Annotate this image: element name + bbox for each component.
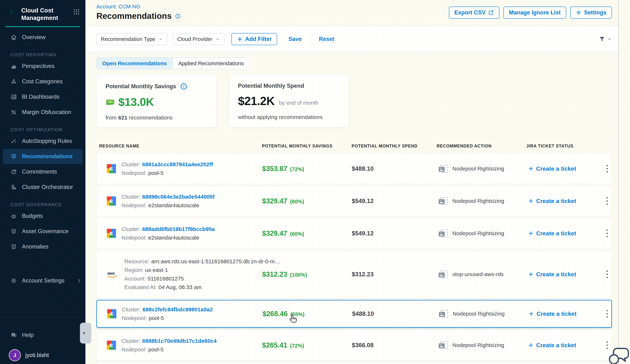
sidebar-item-asset-governance[interactable]: $ Asset Governance (0, 224, 86, 239)
gear-icon (576, 10, 582, 15)
clock-refresh-icon (10, 168, 17, 175)
kebab-menu-icon[interactable] (606, 310, 608, 318)
table-row[interactable]: Cluster:6881a3ccc887941a4ee202ff Nodepoo… (96, 153, 612, 184)
user-menu[interactable]: J jyoti.bisht (0, 348, 86, 363)
question-circle-icon[interactable]: ? (180, 83, 188, 90)
recommendation-type-dropdown[interactable]: Recommendation Type (96, 33, 168, 45)
action-label: Nodepool Rightsizing (452, 198, 504, 204)
scrollbar-track[interactable] (618, 0, 630, 364)
cluster-link[interactable]: 688add6fb019b17f9bccb95a (142, 226, 215, 232)
save-filter-link[interactable]: Save (288, 36, 303, 43)
cluster-link[interactable]: 6888b1c70e49db17c1de60c4 (142, 338, 216, 344)
table-row-selected[interactable]: Cluster:688c2fefc84fbdc99801a0a2 Nodepoo… (96, 300, 612, 328)
settings-label: Settings (584, 9, 606, 16)
page-header: Account: CCM-NG Recommendations Export C… (86, 0, 619, 26)
svg-text:?: ? (182, 85, 185, 88)
create-ticket-link[interactable]: Create a ticket (524, 230, 602, 237)
sidebar-item-autostopping-rules[interactable]: AutoStopping Rules (0, 133, 86, 149)
sidebar-item-overview[interactable]: Overview (0, 30, 86, 45)
reset-filter-link[interactable]: Reset (318, 36, 336, 43)
sidebar-item-label: Cluster Orchestrator (22, 184, 73, 190)
sidebar-collapse-handle[interactable] (80, 323, 91, 344)
kebab-menu-icon[interactable] (606, 341, 608, 349)
resize-box-icon (438, 229, 448, 238)
nodepool-label: Nodepool: (122, 235, 146, 241)
sidebar-item-label: Cost Categories (22, 78, 62, 85)
create-ticket-link[interactable]: Create a ticket (524, 165, 602, 172)
spend-value: $427.09 (349, 362, 434, 364)
cluster-label: Cluster: (122, 194, 140, 200)
svg-text:?: ? (12, 333, 14, 336)
cluster-link[interactable]: 68898c064e3e2ba0e544005f (142, 194, 214, 200)
filter-panel-toggle[interactable] (598, 35, 612, 43)
collapse-left-icon (82, 331, 86, 335)
kebab-menu-icon[interactable] (606, 229, 608, 238)
sidebar-item-cluster-orchestrator[interactable]: Cluster Orchestrator (0, 180, 86, 195)
export-csv-button[interactable]: Export CSV (449, 6, 500, 19)
spend-value: $312.23 (349, 271, 434, 278)
settings-button[interactable]: Settings (570, 6, 612, 19)
table-row[interactable]: Cluster:6886e92f59a48cad86b5b1c6 $244.05… (96, 362, 612, 364)
tab-applied-recommendations[interactable]: Applied Recommendations (173, 58, 249, 69)
sidebar-section-cost-governance: COST GOVERNANCE (0, 201, 86, 208)
kebab-menu-icon[interactable] (606, 197, 608, 205)
breadcrumb-account-link[interactable]: Account: CCM-NG (96, 4, 140, 10)
manage-ignore-list-label: Manage Ignore List (509, 9, 560, 16)
nodepool-value: e2standar4autoscale (148, 202, 200, 208)
grid-apps-icon[interactable] (72, 8, 80, 16)
tab-open-recommendations[interactable]: Open Recommendations (97, 58, 173, 69)
create-ticket-link[interactable]: Create a ticket (524, 198, 602, 204)
savings-value: $329.47 (262, 229, 287, 237)
image-icon (10, 93, 17, 100)
cluster-link[interactable]: 688c2fefc84fbdc99801a0a2 (142, 306, 213, 313)
sidebar-item-label: Perspectives (22, 63, 54, 69)
sidebar-item-margin-obfuscation[interactable]: Margin Obfuscation (0, 105, 86, 120)
col-potential-monthly-savings: POTENTIAL MONTHLY SAVINGS (259, 144, 349, 149)
create-ticket-link[interactable]: Create a ticket (524, 362, 602, 364)
sidebar-item-perspectives[interactable]: Perspectives (0, 58, 86, 74)
table-row[interactable]: Cluster:688add6fb019b17f9bccb95a Nodepoo… (96, 218, 612, 249)
savings-value: $312.23 (262, 270, 287, 278)
table-row[interactable]: aws Resource:arn:aws:rds:us-east-1:51161… (96, 250, 612, 298)
sidebar-item-bi-dashboards[interactable]: BI Dashboards (0, 89, 86, 105)
piggy-bank-icon: $ (10, 212, 17, 219)
savings-value: $329.47 (262, 197, 287, 205)
sidebar: $ Cloud Cost Management Overview COST RE… (0, 0, 86, 364)
sidebar-item-cost-categories[interactable]: Cost Categories (0, 74, 86, 89)
chat-bubbles-icon[interactable] (608, 345, 630, 364)
spend-amount: $21.2K (238, 94, 274, 108)
plus-icon (528, 231, 534, 236)
sidebar-item-recommendations[interactable]: Recommendations (3, 149, 82, 164)
sidebar-item-label: Margin Obfuscation (22, 109, 71, 116)
savings-count: 621 (118, 115, 127, 121)
savings-sub-prefix: from (106, 115, 116, 121)
spend-value: $549.12 (349, 230, 434, 237)
nodepool-value: pool-5 (148, 347, 164, 353)
kebab-menu-icon[interactable] (606, 270, 608, 278)
sidebar-item-anomalies[interactable]: Anomalies (0, 239, 86, 254)
table-row[interactable]: Cluster:6888b1c70e49db17c1de60c4 Nodepoo… (96, 330, 612, 361)
spend-value: $549.12 (349, 197, 434, 204)
table-row[interactable]: Cluster:68898c064e3e2ba0e544005f Nodepoo… (96, 186, 612, 216)
create-ticket-label: Create a ticket (536, 271, 576, 278)
badge-sparkle-icon (10, 153, 17, 160)
bar-chart-icon (10, 63, 17, 70)
sidebar-item-account-settings[interactable]: Account Settings (0, 273, 86, 288)
nodepool-label: Nodepool: (122, 347, 146, 353)
create-ticket-link[interactable]: Create a ticket (524, 342, 602, 349)
add-filter-button[interactable]: Add Filter (232, 33, 277, 45)
kebab-menu-icon[interactable] (606, 165, 608, 173)
external-link-icon (488, 10, 494, 15)
info-icon[interactable] (175, 13, 181, 19)
sidebar-section-cost-optimization: COST OPTIMIZATION (0, 126, 86, 133)
manage-ignore-list-button[interactable]: Manage Ignore List (504, 6, 566, 19)
sidebar-item-commitments[interactable]: Commitments (0, 164, 86, 180)
cluster-label: Cluster: (122, 338, 140, 344)
create-ticket-link[interactable]: Create a ticket (524, 271, 602, 278)
sidebar-item-help[interactable]: ? Help (0, 328, 86, 343)
cluster-link[interactable]: 6881a3ccc887941a4ee202ff (142, 161, 213, 167)
sidebar-item-budgets[interactable]: $ Budgets (0, 208, 86, 224)
cloud-provider-dropdown[interactable]: Cloud Provider (173, 33, 224, 45)
create-ticket-link[interactable]: Create a ticket (524, 311, 603, 317)
resize-box-icon (438, 165, 448, 173)
